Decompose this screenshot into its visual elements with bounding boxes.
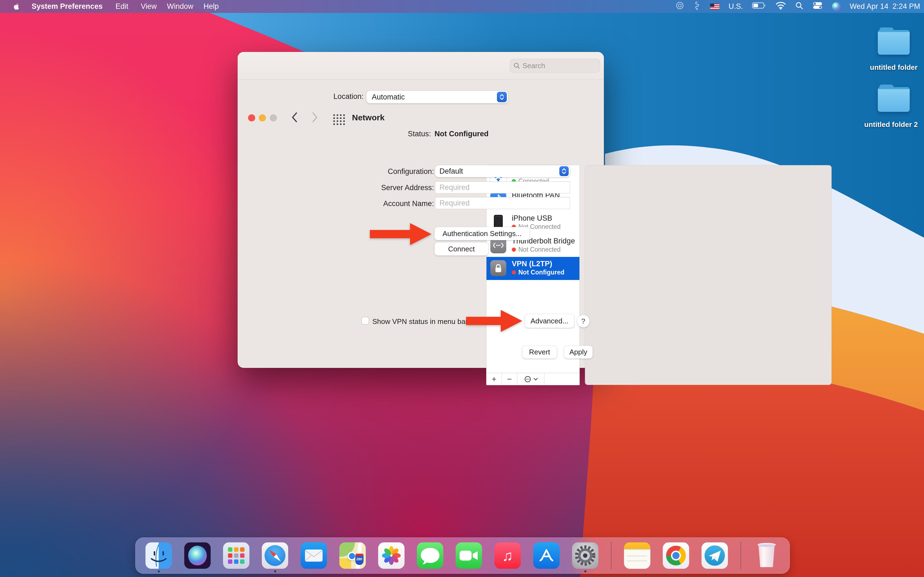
- trash-icon: [758, 544, 775, 567]
- finder-icon: [145, 542, 172, 569]
- sidebar-toolbar: + −: [486, 373, 580, 385]
- service-actions-menu-button[interactable]: [517, 373, 544, 385]
- minimize-button[interactable]: [259, 114, 266, 121]
- dock-item-music[interactable]: ♫: [494, 542, 521, 569]
- server-address-label: Server Address:: [349, 184, 434, 192]
- dock-item-photos[interactable]: [378, 542, 404, 569]
- account-name-field[interactable]: Required: [435, 197, 570, 209]
- status-label: Status:: [349, 130, 431, 138]
- dock-item-telegram[interactable]: [701, 542, 728, 569]
- configuration-label: Configuration:: [349, 167, 434, 176]
- dock-item-maps[interactable]: 280: [339, 542, 366, 569]
- network-preferences-window: Network Search Location: Automatic Wi-Fi…: [237, 52, 604, 368]
- app-store-icon: [533, 542, 560, 569]
- trash-rim: [758, 543, 776, 547]
- running-indicator: [585, 571, 586, 572]
- menu-view[interactable]: View: [141, 0, 157, 13]
- apple-logo-icon: [12, 2, 19, 11]
- menu-bar: System Preferences Edit View Window Help…: [0, 0, 924, 13]
- dock-item-chrome[interactable]: [663, 542, 689, 569]
- location-label: Location:: [302, 92, 363, 101]
- folder-icon: [878, 27, 910, 55]
- running-indicator: [274, 571, 276, 572]
- photos-icon: [378, 542, 404, 569]
- dock-item-mail[interactable]: [300, 542, 327, 569]
- folder-label: untitled folder 2: [855, 120, 924, 129]
- account-name-label: Account Name:: [349, 200, 434, 208]
- menu-edit[interactable]: Edit: [115, 0, 128, 13]
- control-center-icon[interactable]: [813, 2, 823, 11]
- back-button[interactable]: [290, 110, 300, 126]
- forward-button-disabled[interactable]: [310, 110, 320, 126]
- authentication-settings-button[interactable]: Authentication Settings...: [435, 227, 530, 240]
- remove-service-button[interactable]: −: [502, 373, 517, 385]
- close-button[interactable]: [248, 114, 255, 121]
- status-dot-red: [512, 270, 516, 274]
- messages-icon: [417, 542, 443, 569]
- configuration-select[interactable]: Default: [435, 165, 570, 177]
- running-indicator: [158, 571, 160, 572]
- zoom-button-disabled[interactable]: [270, 114, 277, 121]
- music-icon: ♫: [494, 542, 521, 569]
- chrome-icon: [663, 542, 689, 569]
- menu-app-name[interactable]: System Preferences: [32, 0, 103, 13]
- dock-separator: [611, 542, 612, 569]
- show-vpn-status-label: Show VPN status in menu bar: [372, 318, 468, 326]
- siri-icon[interactable]: [832, 2, 841, 11]
- status-value: Not Configured: [435, 130, 488, 138]
- record-indicator-icon[interactable]: [675, 1, 684, 12]
- desktop: System Preferences Edit View Window Help…: [0, 0, 924, 577]
- folder-icon: [878, 85, 910, 112]
- menu-help[interactable]: Help: [204, 0, 219, 13]
- dock-item-trash[interactable]: [753, 542, 780, 569]
- facetime-icon: [456, 542, 482, 569]
- menu-window[interactable]: Window: [167, 0, 193, 13]
- dock-item-messages[interactable]: [417, 542, 443, 569]
- battery-icon[interactable]: [752, 2, 766, 11]
- dock-item-notes[interactable]: [624, 542, 650, 569]
- dock-item-finder[interactable]: [145, 542, 172, 569]
- telegram-icon: [701, 542, 728, 569]
- server-address-placeholder: Required: [439, 183, 470, 192]
- maps-icon: 280: [339, 542, 366, 569]
- personal-hotspot-icon[interactable]: [693, 1, 701, 12]
- location-select[interactable]: Automatic: [366, 91, 508, 103]
- notes-icon: [624, 542, 650, 569]
- dock-item-system-preferences[interactable]: [572, 542, 598, 569]
- vpn-detail-panel: [585, 165, 832, 385]
- input-source-flag-icon[interactable]: [710, 3, 719, 10]
- dock-item-siri[interactable]: [184, 542, 211, 569]
- dock: 280: [135, 537, 790, 574]
- add-service-button[interactable]: +: [486, 373, 502, 385]
- stepper-icon: [559, 166, 569, 176]
- search-input[interactable]: Search: [510, 59, 600, 73]
- help-button[interactable]: ?: [577, 315, 590, 327]
- wifi-menu-icon[interactable]: [775, 2, 786, 11]
- dock-item-facetime[interactable]: [456, 542, 482, 569]
- window-title: Network: [352, 113, 384, 122]
- apple-menu[interactable]: [12, 0, 19, 13]
- sidebar-item-vpn-l2tp-selected[interactable]: VPN (L2TP) Not Configured: [486, 257, 580, 280]
- connect-button[interactable]: Connect: [435, 242, 488, 256]
- dock-item-launchpad[interactable]: [223, 542, 249, 569]
- revert-button[interactable]: Revert: [522, 346, 557, 359]
- safari-icon: [262, 542, 288, 569]
- actions-gear-icon: [524, 376, 531, 383]
- configuration-value: Default: [439, 167, 559, 176]
- status-dot-red: [512, 248, 516, 252]
- menu-clock[interactable]: Wed Apr 14 2:24 PM: [850, 2, 920, 11]
- server-address-field[interactable]: Required: [435, 181, 570, 193]
- show-vpn-status-checkbox[interactable]: [361, 317, 369, 324]
- chevron-down-icon: [533, 377, 538, 381]
- folder-label: untitled folder: [858, 63, 924, 72]
- siri-app-icon: [184, 542, 211, 569]
- advanced-button[interactable]: Advanced...: [525, 314, 574, 328]
- spotlight-icon[interactable]: [795, 2, 803, 11]
- dock-item-safari[interactable]: [262, 542, 288, 569]
- dock-item-app-store[interactable]: [533, 542, 560, 569]
- show-all-grid-icon[interactable]: [333, 113, 346, 127]
- apply-button[interactable]: Apply: [564, 346, 593, 359]
- annotation-arrow-authentication-settings: [370, 223, 431, 245]
- input-source-label[interactable]: U.S.: [729, 2, 743, 11]
- search-placeholder: Search: [522, 61, 545, 70]
